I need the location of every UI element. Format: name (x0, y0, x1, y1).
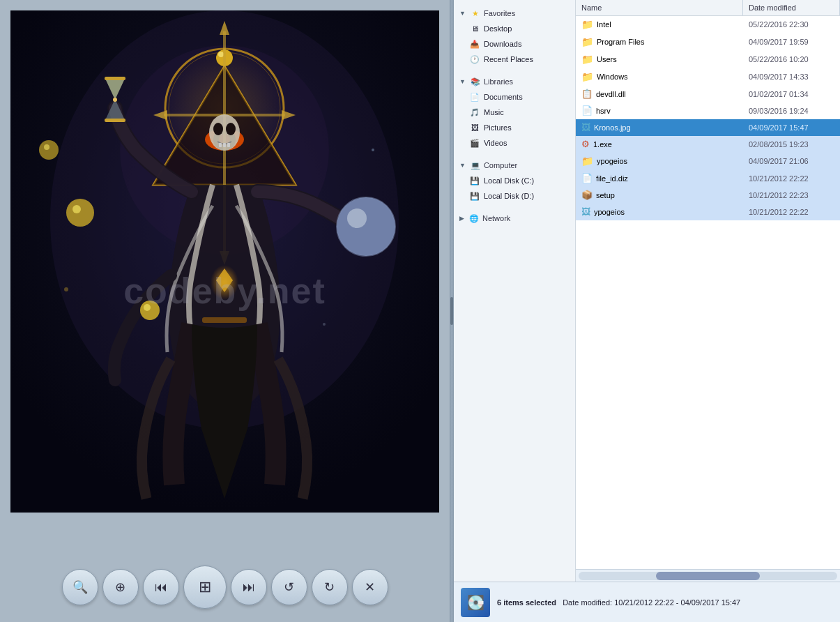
svg-point-13 (218, 52, 224, 57)
svg-point-42 (64, 287, 68, 291)
file-name-cell: 📁 ypogeios (576, 154, 743, 168)
downloads-icon: 📥 (469, 38, 480, 50)
chevron-libraries: ▼ (459, 78, 466, 85)
drive-c-icon: 💾 (469, 175, 480, 186)
prev-button[interactable]: ⏮ (143, 569, 179, 605)
svg-point-21 (213, 123, 223, 135)
nav-label-local-disk-d: Local Disk (D:) (484, 192, 534, 200)
file-name-cell: 📦 setup (576, 188, 743, 202)
file-name-cell: 📁 Users (576, 52, 743, 66)
nav-section-computer: ▼ 💻 Computer 💾 Local Disk (C:) 💾 Local D… (454, 158, 575, 204)
music-icon: 🎵 (469, 107, 480, 118)
nav-header-computer[interactable]: ▼ 💻 Computer (454, 158, 575, 173)
scrollbar-track (579, 572, 837, 580)
files-pane: Name Date modified 📁 Intel 05/22/2016 22… (576, 0, 840, 582)
view-button[interactable]: ⊞ (183, 566, 227, 609)
table-row[interactable]: 📁 Users 05/22/2016 10:20 (576, 51, 840, 68)
file-icon: 📄 (581, 105, 593, 116)
column-header-name[interactable]: Name (576, 0, 743, 15)
sidebar-item-pictures[interactable]: 🖼 Pictures (454, 120, 575, 135)
libraries-icon: 📚 (470, 76, 481, 87)
nav-label-libraries: Libraries (484, 77, 513, 86)
svg-rect-37 (202, 317, 247, 323)
nav-section-network: ▶ 🌐 Network (454, 211, 575, 226)
image-viewer: codeby.net 🔍 ⊕ ⏮ ⊞ ⏭ ↺ ↻ ✕ (0, 0, 450, 622)
rotate-right-icon: ↻ (324, 579, 335, 595)
sidebar-item-downloads[interactable]: 📥 Downloads (454, 36, 575, 52)
folder-icon: 📁 (581, 156, 593, 167)
table-row[interactable]: 📁 Windows 04/09/2017 14:33 (576, 68, 840, 86)
nav-section-libraries: ▼ 📚 Libraries 📄 Documents 🎵 Music 🖼 Pict… (454, 74, 575, 151)
drive-icon: 💽 (467, 594, 484, 611)
close-icon: ✕ (365, 579, 375, 595)
next-button[interactable]: ⏭ (231, 569, 267, 605)
sidebar-item-local-disk-d[interactable]: 💾 Local Disk (D:) (454, 188, 575, 204)
nav-label-documents: Documents (484, 93, 523, 101)
status-bar: 💽 6 items selected Date modified: 10/21/… (454, 582, 840, 622)
explorer-content: ▼ ★ Favorites 🖥 Desktop 📥 Downloads 🕐 Re… (454, 0, 840, 582)
sidebar-item-videos[interactable]: 🎬 Videos (454, 135, 575, 151)
nav-header-network[interactable]: ▶ 🌐 Network (454, 211, 575, 226)
column-header-date[interactable]: Date modified (743, 0, 840, 15)
table-row[interactable]: 📦 setup 10/21/2012 22:23 (576, 187, 840, 204)
table-row[interactable]: ⚙ 1.exe 02/08/2015 19:23 (576, 136, 840, 153)
zoom-button[interactable]: ⊕ (102, 569, 139, 605)
nav-header-libraries[interactable]: ▼ 📚 Libraries (454, 74, 575, 89)
nav-header-favorites[interactable]: ▼ ★ Favorites (454, 6, 575, 21)
nav-label-videos: Videos (484, 139, 507, 147)
sidebar-item-recent-places[interactable]: 🕐 Recent Places (454, 52, 575, 67)
panel-divider (450, 0, 454, 622)
svg-rect-29 (105, 119, 125, 122)
file-date-cell: 10/21/2012 22:22 (743, 206, 840, 218)
svg-point-44 (323, 323, 326, 326)
svg-rect-25 (227, 143, 230, 147)
rotate-right-button[interactable]: ↻ (312, 569, 348, 605)
table-row[interactable]: 📁 Program Files 04/09/2017 19:59 (576, 33, 840, 51)
svg-point-39 (72, 205, 81, 213)
rotate-left-icon: ↺ (284, 579, 294, 595)
table-row[interactable]: 📁 Intel 05/22/2016 22:30 (576, 16, 840, 33)
status-text: 6 items selected Date modified: 10/21/20… (497, 598, 740, 607)
table-row[interactable]: 🖼 Kronos.jpg 04/09/2017 15:47 (576, 119, 840, 136)
table-row[interactable]: 📄 hsrv 09/03/2016 19:24 (576, 103, 840, 119)
sidebar-item-music[interactable]: 🎵 Music (454, 105, 575, 120)
file-name-cell: ⚙ 1.exe (576, 137, 743, 151)
close-button[interactable]: ✕ (352, 569, 388, 605)
file-date-cell: 05/22/2016 22:30 (743, 19, 840, 30)
table-row[interactable]: 📄 file_id.diz 10/21/2012 22:22 (576, 170, 840, 187)
exe-icon: ⚙ (581, 139, 590, 149)
nav-pane: ▼ ★ Favorites 🖥 Desktop 📥 Downloads 🕐 Re… (454, 0, 576, 582)
files-header: Name Date modified (576, 0, 840, 16)
file-date-cell: 09/03/2016 19:24 (743, 105, 840, 116)
nav-label-desktop: Desktop (484, 24, 512, 33)
sidebar-item-desktop[interactable]: 🖥 Desktop (454, 21, 575, 36)
videos-icon: 🎬 (469, 137, 480, 149)
sidebar-item-documents[interactable]: 📄 Documents (454, 89, 575, 105)
computer-icon: 💻 (470, 160, 481, 171)
image-icon: 🖼 (581, 122, 590, 132)
file-name-cell: 📋 devdll.dll (576, 87, 743, 100)
svg-point-22 (226, 123, 236, 135)
table-row[interactable]: 🖼 ypogeios 10/21/2012 22:22 (576, 204, 840, 220)
nav-label-local-disk-c: Local Disk (C:) (484, 176, 534, 185)
pictures-icon: 🖼 (469, 122, 480, 133)
chevron-network: ▶ (459, 215, 464, 222)
horizontal-scrollbar[interactable] (576, 569, 840, 582)
prev-icon: ⏮ (155, 580, 167, 595)
search-button[interactable]: 🔍 (62, 569, 98, 605)
chevron-computer: ▼ (459, 162, 466, 169)
drive-d-icon: 💾 (469, 190, 480, 202)
table-row[interactable]: 📋 devdll.dll 01/02/2017 01:34 (576, 86, 840, 103)
file-date-cell: 01/02/2017 01:34 (743, 89, 840, 100)
svg-point-41 (44, 144, 49, 150)
fantasy-image: codeby.net (10, 10, 439, 513)
status-drive-icon: 💽 (461, 588, 490, 617)
rotate-left-button[interactable]: ↺ (271, 569, 307, 605)
setup-icon: 📦 (581, 190, 593, 200)
sidebar-item-local-disk-c[interactable]: 💾 Local Disk (C:) (454, 173, 575, 188)
file-name-cell: 🖼 ypogeios (576, 205, 743, 218)
table-row[interactable]: 📁 ypogeios 04/09/2017 21:06 (576, 153, 840, 170)
image-display: codeby.net (10, 10, 439, 513)
items-selected-count: 6 items selected (497, 598, 556, 607)
nav-label-downloads: Downloads (484, 40, 521, 48)
